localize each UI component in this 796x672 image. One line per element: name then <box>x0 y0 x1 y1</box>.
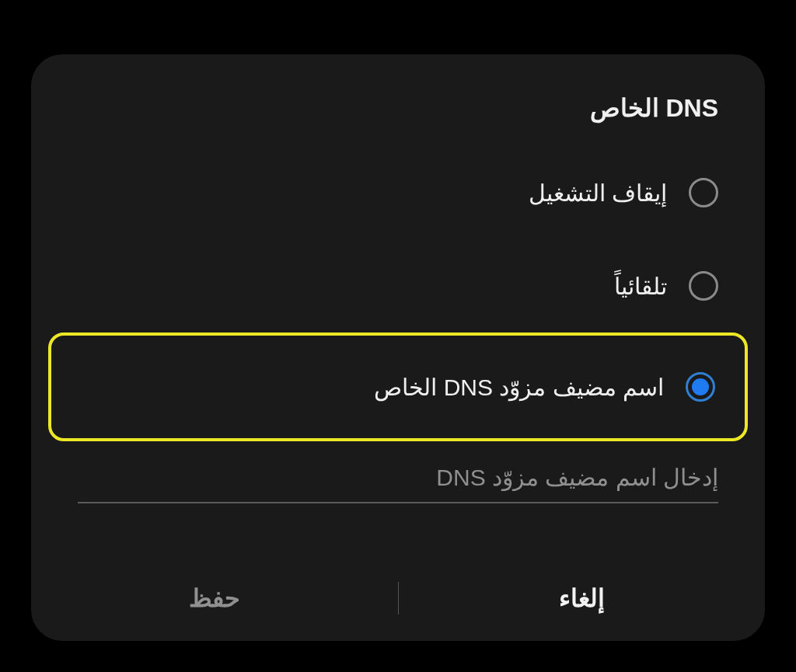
option-label: اسم مضيف مزوّد DNS الخاص <box>374 374 664 401</box>
button-divider <box>398 582 399 615</box>
dns-hostname-input[interactable] <box>78 457 718 503</box>
dialog-button-row: إلغاء حفظ <box>31 555 765 641</box>
dns-option-auto[interactable]: تلقائياً <box>31 239 765 333</box>
dns-options-group: إيقاف التشغيل تلقائياً اسم مضيف مزوّد DN… <box>31 146 765 540</box>
private-dns-dialog: DNS الخاص إيقاف التشغيل تلقائياً اسم مضي… <box>31 54 765 641</box>
option-label: تلقائياً <box>614 273 667 300</box>
dialog-title: DNS الخاص <box>31 93 765 146</box>
radio-icon <box>689 271 718 301</box>
dns-hostname-input-area <box>31 441 765 511</box>
radio-icon <box>689 178 718 207</box>
dns-option-hostname[interactable]: اسم مضيف مزوّد DNS الخاص <box>48 333 748 441</box>
option-label: إيقاف التشغيل <box>529 179 667 207</box>
radio-icon <box>686 372 715 402</box>
save-button[interactable]: حفظ <box>31 555 398 641</box>
dns-option-off[interactable]: إيقاف التشغيل <box>31 146 765 239</box>
cancel-button[interactable]: إلغاء <box>399 555 766 641</box>
